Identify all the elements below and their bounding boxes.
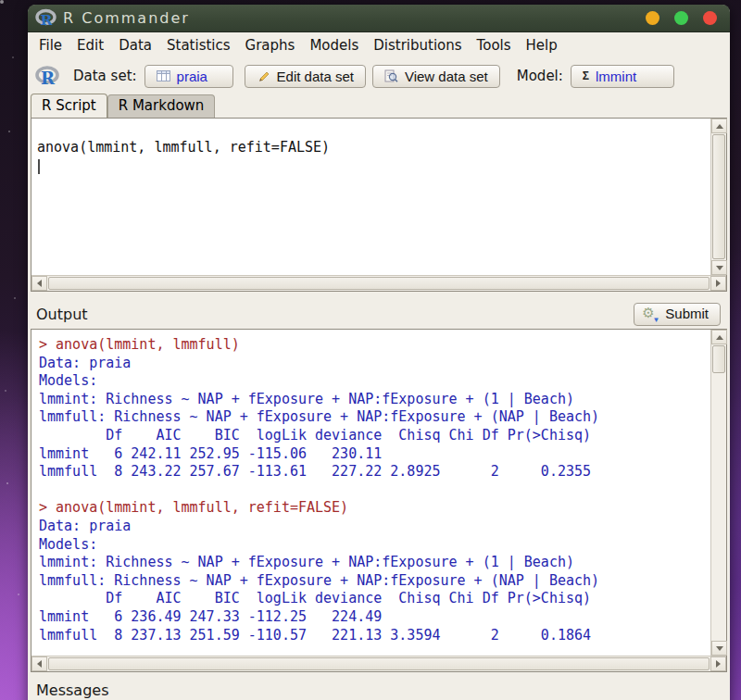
output-line: lmmfull 8 237.13 251.59 -110.57 221.13 3… (39, 627, 710, 645)
close-button[interactable] (703, 11, 717, 25)
scroll-down-arrow[interactable] (711, 260, 727, 275)
output-line: > anova(lmmint, lmmfull, refit=FALSE) (39, 499, 710, 518)
output-line: Df AIC BIC logLik deviance Chisq Chi Df … (39, 427, 710, 445)
view-dataset-label: View data set (405, 69, 488, 84)
tab-r-markdown[interactable]: R Markdown (107, 94, 216, 118)
output-console[interactable]: > anova(lmmint, lmmfull)Data: praiaModel… (31, 330, 710, 656)
model-label: Model: (517, 68, 563, 84)
minimize-button[interactable] (646, 11, 659, 25)
sigma-icon: Σ (583, 69, 589, 82)
menu-bar: FileEditDataStatisticsGraphsModelsDistri… (28, 32, 730, 58)
view-dataset-button[interactable]: View data set (372, 65, 500, 88)
scroll-right-arrow[interactable] (710, 656, 726, 671)
submit-label: Submit (665, 306, 709, 321)
table-icon (157, 70, 170, 81)
active-model-name: lmmint (596, 69, 636, 84)
scrollbar-thumb[interactable] (48, 657, 710, 670)
svg-text:R: R (41, 69, 56, 87)
menu-item-help[interactable]: Help (519, 34, 565, 56)
r-logo-icon: R (35, 8, 57, 28)
output-line (39, 481, 710, 500)
output-line: lmmint 6 236.49 247.33 -112.25 224.49 (39, 608, 710, 627)
magnifier-document-icon (384, 69, 398, 82)
messages-label: Messages (36, 681, 108, 699)
output-line: lmmfull: Richness ~ NAP + fExposure + NA… (39, 572, 710, 591)
r-commander-window: R R Commander FileEditDataStatisticsGrap… (28, 5, 730, 700)
tab-r-script[interactable]: R Script (31, 94, 107, 118)
active-dataset-button[interactable]: praia (144, 65, 233, 88)
script-editor[interactable]: anova(lmmint, lmmfull, refit=FALSE) (31, 119, 710, 275)
scroll-up-arrow[interactable] (711, 330, 727, 344)
output-line: lmmint: Richness ~ NAP + fExposure + NAP… (39, 554, 710, 572)
scroll-up-arrow[interactable] (711, 119, 727, 133)
menu-item-statistics[interactable]: Statistics (159, 34, 238, 56)
edit-dataset-label: Edit data set (277, 69, 354, 84)
output-horizontal-scrollbar[interactable] (31, 656, 726, 671)
script-tabs: R ScriptR Markdown (28, 94, 730, 118)
output-line: lmmfull 8 243.22 257.67 -113.61 227.22 2… (39, 463, 710, 481)
output-line: Data: praia (39, 518, 710, 536)
output-line: Models: (39, 372, 710, 391)
window-title: R Commander (63, 9, 190, 27)
scroll-down-arrow[interactable] (711, 641, 727, 656)
menu-item-edit[interactable]: Edit (69, 34, 111, 56)
output-line: Models: (39, 536, 710, 555)
active-dataset-name: praia (177, 69, 207, 84)
menu-item-distributions[interactable]: Distributions (366, 34, 469, 56)
script-vertical-scrollbar[interactable] (710, 119, 726, 275)
menu-item-models[interactable]: Models (302, 34, 366, 56)
script-code: anova(lmmint, lmmfull, refit=FALSE) (37, 139, 330, 156)
menu-item-file[interactable]: File (31, 34, 69, 56)
output-line: Df AIC BIC logLik deviance Chisq Chi Df … (39, 590, 710, 608)
text-cursor (38, 159, 40, 174)
output-line: lmmint: Richness ~ NAP + fExposure + NAP… (39, 391, 710, 409)
output-panel: > anova(lmmint, lmmfull)Data: praiaModel… (31, 329, 727, 672)
maximize-button[interactable] (674, 11, 688, 25)
output-vertical-scrollbar[interactable] (710, 330, 726, 656)
script-panel: anova(lmmint, lmmfull, refit=FALSE) (31, 118, 727, 292)
menu-item-graphs[interactable]: Graphs (238, 34, 303, 56)
edit-dataset-button[interactable]: Edit data set (245, 65, 366, 88)
pencil-icon (257, 69, 270, 82)
title-bar[interactable]: R R Commander (28, 5, 730, 32)
submit-button[interactable]: ⚙▼ Submit (634, 303, 721, 326)
scrollbar-thumb[interactable] (712, 134, 725, 259)
menu-item-data[interactable]: Data (111, 34, 159, 56)
dataset-label: Data set: (73, 68, 137, 84)
output-line: > anova(lmmint, lmmfull) (39, 336, 710, 355)
r-logo-icon: R (35, 65, 60, 87)
scrollbar-thumb[interactable] (712, 345, 725, 373)
toolbar: R Data set: praia Edit (28, 58, 730, 94)
submit-gear-icon: ⚙▼ (642, 306, 659, 322)
output-line: Data: praia (39, 355, 710, 373)
script-horizontal-scrollbar[interactable] (31, 275, 726, 291)
svg-text:R: R (41, 11, 53, 28)
output-line: lmmint 6 242.11 252.95 -115.06 230.11 (39, 445, 710, 464)
scroll-right-arrow[interactable] (710, 276, 726, 291)
scroll-left-arrow[interactable] (31, 656, 47, 671)
menu-item-tools[interactable]: Tools (470, 34, 519, 56)
active-model-button[interactable]: Σ lmmint (571, 65, 674, 88)
output-line: lmmfull: Richness ~ NAP + fExposure + NA… (39, 408, 710, 427)
scroll-left-arrow[interactable] (31, 276, 47, 291)
output-label: Output (36, 306, 88, 323)
scrollbar-thumb[interactable] (48, 277, 710, 290)
